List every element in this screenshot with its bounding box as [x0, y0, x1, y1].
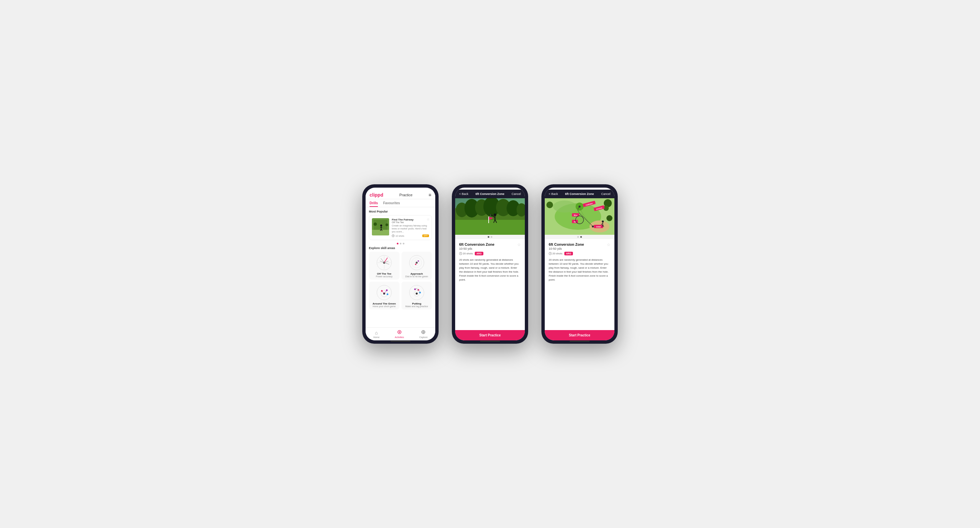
phone3-drill-tag: ARG	[564, 252, 573, 255]
drill-detail: 6ft Conversion Zone 10-50 yds ☆ 20 shots…	[455, 239, 525, 330]
phone1-header: clippd Practice ≡	[366, 190, 435, 199]
phone1-content: Most Popular	[366, 207, 435, 327]
skill-tee-title: Off The Tee	[377, 272, 391, 275]
phone3-drill-meta: 20 shots ARG	[549, 252, 611, 255]
dot-2[interactable]	[400, 243, 401, 244]
tabs: Drills Favourites	[366, 199, 435, 207]
phone3-header: < Back 6ft Conversion Zone Cancel	[545, 190, 614, 198]
most-popular-title: Most Popular	[369, 210, 432, 213]
phone3-drill-title: 6ft Conversion Zone	[549, 242, 584, 246]
drill-shots-count: 20 shots	[463, 252, 473, 255]
svg-point-77	[606, 215, 612, 221]
drill-map: Miss Hit FAIRWAY ROUGH	[545, 198, 614, 235]
skill-areas-grid: Off The Tee Power accuracy	[369, 252, 432, 309]
phone2-header-title: 6ft Conversion Zone	[476, 192, 504, 196]
svg-point-96	[579, 206, 581, 207]
drill-title: 6ft Conversion Zone	[459, 242, 494, 246]
svg-point-3	[374, 222, 377, 226]
dot-3[interactable]	[403, 243, 404, 244]
phone3-img-dot-1[interactable]	[577, 236, 579, 238]
nav-home[interactable]: ⌂ Home	[373, 330, 380, 338]
star-icon[interactable]: ☆	[517, 242, 521, 247]
skill-off-tee[interactable]: Off The Tee Power accuracy	[369, 252, 399, 279]
phone3-start-practice-button[interactable]: Start Practice	[545, 330, 614, 340]
svg-rect-58	[488, 217, 489, 223]
carousel-dots	[369, 243, 432, 244]
drill-image	[455, 198, 525, 235]
skill-green-title: Around The Green	[372, 302, 396, 305]
course-map: Miss Hit FAIRWAY ROUGH	[545, 198, 614, 235]
drill-meta: 20 shots ARG	[459, 252, 521, 255]
header-title: Practice	[399, 193, 413, 197]
drill-shots: 20 shots	[459, 252, 473, 255]
explore-title: Explore skill areas	[369, 246, 432, 250]
phone3-drill-shots: 20 shots	[549, 252, 562, 255]
card-footer: 10 shots OTT	[392, 234, 429, 237]
shots-label: 10 shots	[392, 234, 404, 237]
phone3-back-button[interactable]: < Back	[549, 192, 558, 196]
phone3-star-icon[interactable]: ☆	[607, 242, 611, 247]
menu-icon[interactable]: ≡	[429, 192, 431, 198]
svg-line-35	[382, 291, 384, 294]
drill-distance: 10-50 yds	[459, 247, 494, 250]
skill-approach-sub: Dial-in to hit the green	[406, 275, 428, 278]
phone3-drill-description: 20 shots are randomly generated at dista…	[549, 258, 611, 282]
drill-tag: OTT	[422, 234, 429, 237]
svg-text:Miss: Miss	[574, 214, 577, 216]
card-desc: Create an imaginary fairway using trees …	[392, 224, 429, 233]
card-title: Find The Fairway	[392, 218, 429, 221]
skill-putting[interactable]: Putting Make and lag practice	[401, 282, 432, 309]
svg-text:SAND: SAND	[596, 226, 601, 228]
img-dot-1[interactable]	[488, 236, 489, 238]
nav-capture-label: Capture	[419, 336, 428, 338]
skill-around-green[interactable]: Around The Green Hone your short game	[369, 282, 399, 309]
svg-point-60	[494, 214, 496, 216]
back-button[interactable]: < Back	[459, 192, 468, 196]
dot-1[interactable]	[397, 243, 398, 244]
img-dot-2[interactable]	[491, 236, 492, 238]
phone3-cancel-button[interactable]: Cancel	[601, 192, 611, 196]
skill-putting-sub: Make and lag practice	[406, 305, 428, 308]
svg-point-34	[387, 294, 388, 295]
shots-count: 10 shots	[395, 235, 404, 237]
tab-drills[interactable]: Drills	[369, 201, 378, 207]
start-practice-button[interactable]: Start Practice	[455, 330, 525, 340]
skill-approach[interactable]: Approach Dial-in to hit the green	[401, 252, 432, 279]
phone3-shots-count: 20 shots	[552, 252, 562, 255]
nav-activities[interactable]: Activities	[395, 330, 404, 338]
card-body: Find The Fairway Off The Tee Create an i…	[392, 218, 429, 237]
svg-point-4	[385, 223, 388, 226]
svg-point-74	[546, 202, 553, 208]
card-subtitle: Off The Tee	[392, 221, 429, 223]
skill-putting-title: Putting	[412, 302, 421, 305]
phone-2: < Back 6ft Conversion Zone Cancel	[452, 184, 528, 344]
skill-green-sub: Hone your short game	[372, 305, 395, 308]
svg-line-36	[384, 290, 387, 294]
phone3-drill-detail: 6ft Conversion Zone 10-50 yds ☆ 20 shots…	[545, 239, 614, 330]
cancel-button[interactable]: Cancel	[512, 192, 521, 196]
skill-tee-sub: Power accuracy	[376, 275, 393, 278]
tab-favourites[interactable]: Favourites	[383, 201, 400, 207]
nav-home-label: Home	[373, 336, 380, 338]
svg-point-95	[592, 225, 594, 228]
drill-tag: ARG	[475, 252, 484, 255]
phone-3: < Back 6ft Conversion Zone Cancel	[541, 184, 618, 344]
svg-point-5	[380, 225, 382, 227]
svg-point-27	[418, 260, 419, 262]
capture-icon	[421, 330, 426, 335]
phone3-img-dot-2[interactable]	[580, 236, 582, 238]
drill-description: 20 shots are randomly generated at dista…	[459, 258, 521, 282]
svg-point-90	[602, 220, 604, 222]
phone-1: clippd Practice ≡ Drills Favourites Most…	[362, 184, 439, 344]
activities-icon	[397, 330, 402, 335]
svg-point-39	[416, 293, 418, 295]
logo: clippd	[369, 192, 383, 198]
image-dots	[455, 235, 525, 239]
favourite-star[interactable]: ☆	[426, 217, 430, 221]
card-image	[372, 218, 389, 235]
nav-capture[interactable]: Capture	[419, 330, 428, 338]
svg-point-44	[399, 332, 400, 333]
nav-activities-label: Activities	[395, 336, 404, 338]
skill-approach-title: Approach	[410, 272, 423, 275]
drill-card[interactable]: Find The Fairway Off The Tee Create an i…	[369, 215, 432, 240]
